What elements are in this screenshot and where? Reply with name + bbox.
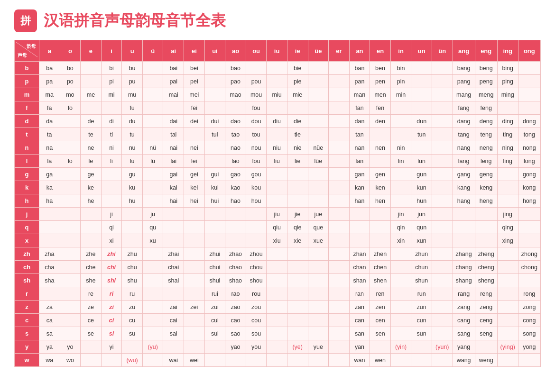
cell-t-en	[370, 128, 391, 141]
cell-ch-ang: chang	[453, 261, 475, 274]
cell-ch-i: chi	[101, 261, 122, 274]
cell-d-an: dan	[349, 115, 370, 128]
cell-r-o	[60, 287, 81, 301]
cell-y-ang: yang	[453, 340, 475, 354]
cell-d-ui: dui	[204, 115, 225, 128]
cell-j-iu: jiu	[267, 208, 287, 221]
cell-w-e	[81, 354, 102, 367]
cell-r-e: re	[81, 287, 102, 301]
cell-zh-e: zhe	[81, 247, 102, 261]
cell-h-ie	[287, 194, 308, 208]
cell-j-u	[122, 208, 143, 221]
cell-p-üe	[308, 75, 329, 88]
cell-z-üe	[308, 301, 329, 314]
cell-c-en: cen	[370, 314, 391, 327]
cell-q-e	[81, 221, 102, 234]
cell-w-iu	[267, 354, 287, 367]
cell-p-ai: pai	[163, 75, 184, 88]
cell-k-an: kan	[349, 181, 370, 194]
cell-p-u: pu	[122, 75, 143, 88]
cell-p-ui	[204, 75, 225, 88]
cell-c-an: can	[349, 314, 370, 327]
cell-p-ü	[142, 75, 163, 88]
cell-d-ü	[142, 115, 163, 128]
cell-l-er	[329, 155, 350, 168]
cell-k-un: kun	[411, 181, 432, 194]
cell-n-ang: nang	[453, 141, 475, 155]
cell-p-ün	[432, 75, 453, 88]
cell-ch-un: chun	[411, 261, 432, 274]
table-container: 韵母 声母 a o e i u ü ai ei ui ao ou	[14, 40, 541, 367]
cell-m-a: ma	[39, 88, 60, 101]
cell-n-u: nu	[122, 141, 143, 155]
cell-g-er	[329, 168, 350, 181]
cell-t-ao: tao	[225, 128, 246, 141]
cell-q-ui	[204, 221, 225, 234]
cell-zh-ün	[432, 247, 453, 261]
cell-h-ang: hang	[453, 194, 475, 208]
cell-l-o: lo	[60, 155, 81, 168]
cell-x-eng	[475, 234, 497, 247]
cell-m-e: me	[81, 88, 102, 101]
cell-p-un	[411, 75, 432, 88]
cell-w-ing	[497, 354, 518, 367]
cell-d-a: da	[39, 115, 60, 128]
cell-c-iu	[267, 314, 287, 327]
cell-g-o	[60, 168, 81, 181]
cell-f-un	[411, 101, 432, 115]
cell-t-o	[60, 128, 81, 141]
cell-ch-ai: chai	[163, 261, 184, 274]
cell-c-in	[390, 314, 411, 327]
cell-f-ao	[225, 101, 246, 115]
cell-z-ou: zou	[246, 301, 267, 314]
final-ue: üe	[308, 40, 329, 62]
cell-d-un: dun	[411, 115, 432, 128]
cell-d-in	[390, 115, 411, 128]
cell-l-i: li	[101, 155, 122, 168]
cell-g-ang: gang	[453, 168, 475, 181]
cell-ch-er	[329, 261, 350, 274]
table-row: ggagegugaigeiguigaogougangengunganggengg…	[15, 168, 541, 181]
cell-b-u: bu	[122, 62, 143, 75]
cell-w-ao	[225, 354, 246, 367]
cell-p-en: pen	[370, 75, 391, 88]
cell-y-i: yi	[101, 340, 122, 354]
cell-j-ei	[184, 208, 205, 221]
cell-z-in	[390, 301, 411, 314]
cell-n-iu: niu	[267, 141, 287, 155]
cell-g-üe	[308, 168, 329, 181]
table-row: wwawo(wu)waiweiwanwenwangweng	[15, 354, 541, 367]
cell-f-ing	[497, 101, 518, 115]
cell-y-a: ya	[39, 340, 60, 354]
cell-w-üe	[308, 354, 329, 367]
table-row: ppapopipupaipeipaopoupiepanpenpinpangpen…	[15, 75, 541, 88]
cell-k-ou: kou	[246, 181, 267, 194]
cell-y-in: (yin)	[390, 340, 411, 354]
cell-sh-a: sha	[39, 274, 60, 287]
cell-f-er	[329, 101, 350, 115]
cell-t-ie: tie	[287, 128, 308, 141]
cell-w-ü	[142, 354, 163, 367]
cell-t-ei	[184, 128, 205, 141]
cell-ch-ou: chou	[246, 261, 267, 274]
cell-l-ei: lei	[184, 155, 205, 168]
cell-m-eng: meng	[475, 88, 497, 101]
cell-x-ou	[246, 234, 267, 247]
cell-g-a: ga	[39, 168, 60, 181]
cell-d-en: den	[370, 115, 391, 128]
cell-sh-ing	[497, 274, 518, 287]
cell-r-ei	[184, 287, 205, 301]
page-header: 拼 汉语拼音声母韵母音节全表	[14, 9, 541, 32]
cell-h-o	[60, 194, 81, 208]
cell-sh-i: shi	[101, 274, 122, 287]
cell-b-an: ban	[349, 62, 370, 75]
cell-x-in: xin	[390, 234, 411, 247]
cell-y-er	[329, 340, 350, 354]
cell-j-ou	[246, 208, 267, 221]
cell-f-ie	[287, 101, 308, 115]
cell-w-an: wan	[349, 354, 370, 367]
cell-s-üe	[308, 327, 329, 340]
cell-z-un: zun	[411, 301, 432, 314]
cell-n-ou: nou	[246, 141, 267, 155]
cell-s-a: sa	[39, 327, 60, 340]
